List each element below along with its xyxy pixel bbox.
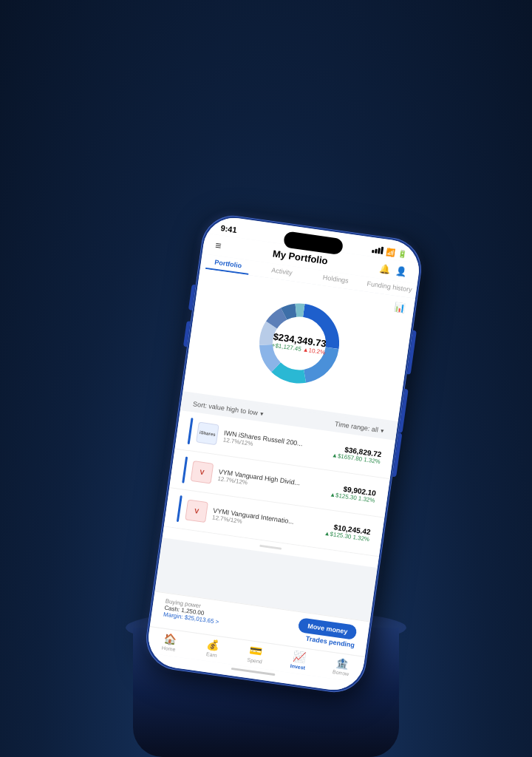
battery-icon: 🔋 [398,248,407,258]
donut-chart: $234,349.73 +$1,127.45 ▲10.2% [245,289,354,398]
header-actions: 🔔 👤 [378,263,408,277]
bp-left: Buying power Cash: 1,250.00 Margin: $25,… [163,598,222,625]
holding-logo-1: iShares [196,422,219,446]
nav-earn-label: Earn [206,651,218,658]
status-icons: 📶 🔋 [372,245,407,258]
notification-icon[interactable]: 🔔 [378,263,391,275]
holding-logo-2: V [191,461,214,484]
borrow-icon: 🏦 [335,656,349,670]
holding-bar-2 [182,457,188,483]
donut-container: $234,349.73 +$1,127.45 ▲10.2% [197,279,403,408]
nav-home[interactable]: 🏠 Home [147,630,193,654]
signal-bars [372,245,383,254]
spend-icon: 💳 [249,644,263,657]
holding-info-2: VYM Vanguard High Divid... 12.7%/12% [217,468,325,497]
time-label: Time range: all [335,420,379,433]
nav-home-label: Home [161,645,175,653]
signal-bar-4 [381,247,383,254]
sort-arrow: ▼ [259,410,265,416]
main-content: 📊 [154,268,415,622]
nav-earn[interactable]: 💰 Earn [190,636,236,660]
nav-spend[interactable]: 💳 Spend [233,642,279,666]
nav-invest-label: Invest [290,663,305,671]
profile-icon[interactable]: 👤 [395,265,408,277]
nav-invest[interactable]: 📈 Invest [276,648,321,673]
nav-borrow-label: Borrow [332,669,349,676]
holding-logo-3: V [185,500,208,523]
holding-bar-3 [177,495,183,522]
earn-icon: 💰 [206,638,220,651]
nav-borrow[interactable]: 🏦 Borrow [319,654,365,679]
holding-values-3: $10,245.42 ▲$125.30 1.32% [324,522,371,543]
wifi-icon: 📶 [386,247,395,257]
status-time: 9:41 [220,223,237,234]
holding-info-1: IWN iShares Russell 200... 12.7%/12% [222,429,327,457]
bp-right: Move money Trades pending [296,617,357,649]
holding-values-2: $9,902.10 ▲$125.30 1.32% [330,483,377,503]
holding-values-1: $36,829.72 ▲$1657.80 1.32% [332,444,382,465]
holding-bar-1 [188,418,194,444]
time-arrow: ▼ [379,427,385,433]
invest-icon: 📈 [292,650,306,663]
nav-spend-label: Spend [247,657,262,665]
holding-info-3: VYMI Vanguard Internatio... 12.7%/12% [212,506,320,535]
home-icon: 🏠 [163,632,177,645]
